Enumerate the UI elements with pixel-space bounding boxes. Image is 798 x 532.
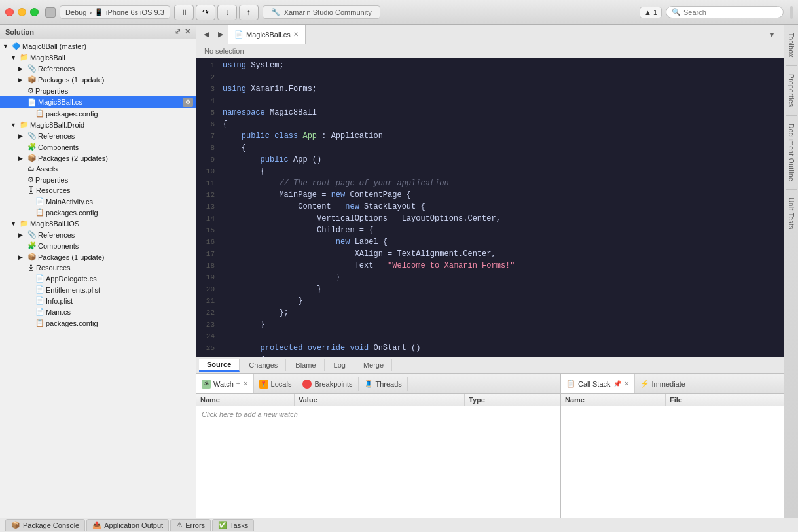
tab-locals[interactable]: 📍 Locals: [254, 377, 298, 391]
search-bar[interactable]: 🔍: [666, 6, 784, 18]
close-button[interactable]: [5, 8, 14, 16]
traffic-lights: [5, 8, 39, 16]
sidebar-item-resources-ios[interactable]: 🗄 Resources: [0, 262, 196, 273]
sidebar-item-references-droid[interactable]: ▶ 📎 References: [0, 130, 196, 141]
sidebar-item-assets-droid[interactable]: 🗂 Assets: [0, 164, 196, 174]
sidebar-item-mainactivity[interactable]: 📄 MainActivity.cs: [0, 196, 196, 207]
sidebar: Solution ⤢ ✕ ▼ 🔷 Magic8Ball (master) ▼ 📁…: [0, 25, 196, 518]
tab-immediate[interactable]: ⚡ Immediate: [635, 377, 691, 391]
code-line: 6{: [196, 120, 784, 132]
line-content: VerticalOptions = LayoutOptions.Center,: [220, 214, 784, 223]
line-content: MainPage = new ContentPage {: [220, 190, 784, 200]
line-number: 16: [196, 238, 220, 246]
callstack-pin-icon[interactable]: 📌: [613, 380, 621, 387]
sidebar-item-infoplist[interactable]: 📄 Info.plist: [0, 295, 196, 306]
tab-log[interactable]: Log: [326, 359, 354, 371]
tab-close-icon[interactable]: ✕: [293, 31, 299, 38]
tab-callstack[interactable]: 📋 Call Stack 📌 ✕: [561, 374, 635, 393]
sidebar-item-packages-ios[interactable]: ▶ 📦 Packages (1 update): [0, 251, 196, 262]
unit-tests-label[interactable]: Unit Tests: [786, 192, 796, 235]
tab-merge[interactable]: Merge: [355, 359, 392, 371]
debug-right-tabbar: 📋 Call Stack 📌 ✕ ⚡ Immediate: [561, 374, 784, 394]
status-tab-app-output[interactable]: 📤 Application Output: [86, 519, 169, 531]
alert-count: ▲ 1: [644, 9, 657, 16]
sidebar-item-packagesconfig-droid[interactable]: 📋 packages.config: [0, 207, 196, 218]
sidebar-header: Solution ⤢ ✕: [0, 25, 196, 39]
package-console-icon: 📦: [11, 521, 20, 529]
sidebar-item-packagesconfig-ios[interactable]: 📋 packages.config: [0, 317, 196, 328]
debug-left-tabbar: 👁 Watch + ✕ 📍 Locals Breakpoints 🧵: [196, 374, 560, 394]
line-number: 20: [196, 285, 220, 293]
code-line: 5namespace Magic8Ball: [196, 108, 784, 120]
sidebar-item-references-1[interactable]: ▶ 📎 References: [0, 63, 196, 74]
tab-breakpoints[interactable]: Breakpoints: [297, 377, 358, 391]
debug-left-panel: 👁 Watch + ✕ 📍 Locals Breakpoints 🧵: [196, 374, 561, 518]
editor-tab-magic8ballcs[interactable]: 📄 Magic8Ball.cs ✕: [228, 25, 306, 44]
tree-root-item[interactable]: ▼ 🔷 Magic8Ball (master): [0, 41, 196, 52]
line-content: new Label {: [220, 238, 784, 247]
tab-threads[interactable]: 🧵 Threads: [359, 377, 408, 391]
sidebar-item-maincs[interactable]: 📄 Main.cs: [0, 306, 196, 317]
watch-content[interactable]: Click here to add a new watch: [196, 406, 560, 518]
line-number: 15: [196, 226, 220, 234]
window-button[interactable]: [45, 7, 56, 18]
pause-button[interactable]: ⏸: [174, 5, 194, 20]
sidebar-item-resources-droid[interactable]: 🗄 Resources: [0, 185, 196, 196]
sidebar-item-references-ios[interactable]: ▶ 📎 References: [0, 229, 196, 240]
sidebar-item-properties-1[interactable]: ⚙ Properties: [0, 85, 196, 96]
step-in-button[interactable]: ↓: [217, 5, 237, 20]
sidebar-item-packages-droid[interactable]: ▶ 📦 Packages (2 updates): [0, 152, 196, 164]
tab-changes[interactable]: Changes: [241, 359, 286, 371]
tab-blame[interactable]: Blame: [287, 359, 324, 371]
code-line: 7 public class App : Application: [196, 132, 784, 143]
tab-watch[interactable]: 👁 Watch + ✕: [196, 374, 254, 393]
sidebar-item-properties-droid[interactable]: ⚙ Properties: [0, 174, 196, 185]
minimize-button[interactable]: [18, 8, 26, 16]
device-label: iPhone 6s iOS 9.3: [106, 9, 164, 16]
code-line: 21 }: [196, 296, 784, 308]
app-output-icon: 📤: [92, 521, 101, 529]
toolbox-divider-2: [786, 115, 797, 116]
document-outline-label[interactable]: Document Outline: [786, 118, 796, 186]
sidebar-item-components-droid[interactable]: 🧩 Components: [0, 141, 196, 152]
status-tab-errors[interactable]: ⚠ Errors: [170, 519, 211, 531]
tab-source[interactable]: Source: [199, 359, 240, 372]
sidebar-item-magic8ballcs[interactable]: 📄 Magic8Ball.cs ⚙: [0, 96, 196, 108]
toolbox-label[interactable]: Toolbox: [786, 27, 796, 63]
callstack-close-icon[interactable]: ✕: [624, 380, 629, 387]
line-number: 6: [196, 120, 220, 128]
tab-prev-button[interactable]: ◀: [199, 27, 213, 42]
status-tab-tasks[interactable]: ✅ Tasks: [212, 519, 254, 531]
step-out-button[interactable]: ↑: [239, 5, 259, 20]
watch-add-icon[interactable]: +: [236, 380, 240, 387]
tab-next-button[interactable]: ▶: [213, 27, 228, 42]
app-name-label: Xamarin Studio Community: [284, 9, 372, 16]
sidebar-item-packages-1[interactable]: ▶ 📦 Packages (1 update): [0, 74, 196, 85]
device-icon: 📱: [94, 8, 103, 16]
line-content: }: [220, 273, 784, 282]
sidebar-item-packagesconfig-1[interactable]: 📋 packages.config: [0, 108, 196, 119]
sidebar-item-appdelegate[interactable]: 📄 AppDelegate.cs: [0, 273, 196, 284]
code-line: 14 VerticalOptions = LayoutOptions.Cente…: [196, 214, 784, 226]
sidebar-close-icon[interactable]: ✕: [185, 27, 190, 36]
maximize-button[interactable]: [30, 8, 39, 16]
line-content: XAlign = TextAlignment.Center,: [220, 249, 784, 258]
properties-label[interactable]: Properties: [786, 69, 796, 113]
search-input[interactable]: [683, 9, 778, 16]
sidebar-item-ios[interactable]: ▼ 📁 Magic8Ball.iOS: [0, 218, 196, 229]
step-over-button[interactable]: ↷: [196, 5, 215, 20]
line-content: Text = "Welcome to Xamarin Forms!": [220, 261, 784, 270]
col-header-name: Name: [196, 394, 295, 406]
sidebar-item-droid[interactable]: ▼ 📁 Magic8Ball.Droid: [0, 119, 196, 130]
sidebar-item-magic8ball[interactable]: ▼ 📁 Magic8Ball: [0, 52, 196, 63]
line-number: 12: [196, 190, 220, 199]
watch-hint[interactable]: Click here to add a new watch: [196, 406, 560, 422]
sidebar-expand-icon[interactable]: ⤢: [175, 27, 181, 36]
gear-icon[interactable]: ⚙: [183, 98, 193, 107]
status-tab-package-console[interactable]: 📦 Package Console: [5, 519, 85, 531]
sidebar-item-entitlements[interactable]: 📄 Entitlements.plist: [0, 284, 196, 295]
code-editor[interactable]: 1using System;2 3using Xamarin.Forms;4 5…: [196, 58, 784, 357]
editor-dropdown-icon[interactable]: ▼: [768, 30, 781, 39]
sidebar-item-components-ios[interactable]: 🧩 Components: [0, 240, 196, 251]
watch-close-icon[interactable]: ✕: [243, 380, 248, 387]
